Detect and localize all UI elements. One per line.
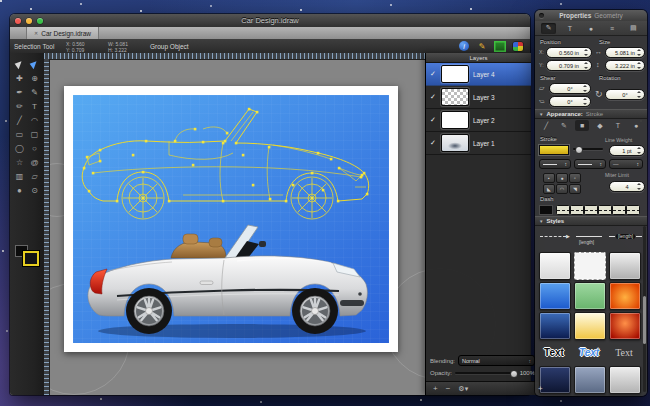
dash-preset-2[interactable] [570, 205, 584, 215]
stroke-slider-knob[interactable] [575, 146, 583, 154]
dash-preset-1[interactable] [556, 205, 570, 215]
cap-square-button[interactable]: ▫ [569, 173, 581, 183]
arc-tool[interactable]: ◠ [27, 113, 42, 127]
pencil-toolbar-icon[interactable]: ✎ [476, 41, 488, 51]
group-object-button[interactable]: Group Object [150, 43, 189, 50]
text-style-blue[interactable]: Text [574, 342, 604, 362]
zoom-tool[interactable]: ⊙ [27, 183, 42, 197]
stepper[interactable] [637, 183, 641, 190]
join-miter-button[interactable]: ◣ [543, 184, 555, 194]
dash-preset-4[interactable] [598, 205, 612, 215]
brush-style-icon[interactable]: ◆ [593, 120, 607, 131]
rectangle-tool[interactable]: ▭ [12, 127, 27, 141]
style-swatch-silver[interactable] [609, 252, 641, 280]
text-style-black[interactable]: Text [539, 342, 569, 362]
width-field[interactable]: 5.081 in [605, 47, 645, 58]
layer-visibility-checkbox[interactable]: ✓ [430, 116, 437, 124]
layer-row-1[interactable]: ✓ Layer 1 [426, 132, 531, 155]
layer-visibility-checkbox[interactable]: ✓ [430, 93, 437, 101]
end-style-dropdown[interactable]: —↕ [609, 159, 643, 169]
dash-preset-3[interactable] [584, 205, 598, 215]
document-tab[interactable]: ✕ Car Design.idraw [26, 27, 99, 39]
layer-row-4[interactable]: ✓ Layer 4 [426, 63, 531, 86]
style-swatch-steel[interactable] [574, 366, 606, 394]
height-field[interactable]: 3.222 in [605, 60, 645, 71]
direct-selection-tool[interactable] [27, 57, 42, 71]
style-swatch-orange[interactable] [609, 282, 641, 310]
disclosure-triangle-icon[interactable]: ▼ [539, 112, 543, 117]
dimension-style-preview[interactable]: [length] [609, 234, 642, 239]
text-style-serif[interactable]: Text [609, 342, 639, 362]
rotation-field[interactable]: 0° [605, 89, 645, 100]
stroke-tab[interactable]: ✎ [541, 23, 556, 34]
oval-tool[interactable]: ○ [27, 141, 42, 155]
join-bevel-button[interactable]: ◥ [569, 184, 581, 194]
style-swatch-red-orange[interactable] [609, 312, 641, 340]
car-design-artwork[interactable] [73, 95, 389, 343]
blending-select[interactable]: Normal ↕ [458, 355, 535, 366]
cap-butt-button[interactable]: ▪ [543, 173, 555, 183]
stroke-style-dropdown[interactable]: ↕ [539, 159, 571, 169]
cap-round-button[interactable]: ● [556, 173, 568, 183]
y-position-field[interactable]: 0.709 in [546, 60, 592, 71]
miter-limit-field[interactable]: 4 [609, 181, 645, 192]
stepper[interactable] [637, 62, 641, 69]
appearance-section-header[interactable]: ▼ Appearance: Stroke [535, 109, 647, 119]
add-style-button[interactable]: + [538, 384, 543, 393]
text-tool[interactable]: T [27, 99, 42, 113]
ellipse-tool[interactable]: ◯ [12, 141, 27, 155]
opacity-slider[interactable] [455, 372, 517, 374]
layer-visibility-checkbox[interactable]: ✓ [430, 70, 437, 78]
document-tab[interactable]: ▤ [626, 23, 641, 34]
style-swatch-dark-navy[interactable] [539, 366, 571, 394]
dashed-arrow-style-preview[interactable] [540, 236, 566, 237]
line-tool[interactable]: ╱ [12, 113, 27, 127]
stepper[interactable] [637, 49, 641, 56]
line-style-preview[interactable] [576, 236, 602, 237]
style-swatch-navy[interactable] [539, 312, 571, 340]
grid-toolbar-icon[interactable] [494, 41, 506, 51]
info-toolbar-icon[interactable]: i [458, 41, 470, 51]
stepper[interactable] [637, 91, 641, 98]
magic-wand-tool[interactable]: ⊕ [27, 71, 42, 85]
pen-tool[interactable]: ✒ [12, 85, 27, 99]
stepper[interactable] [637, 147, 641, 154]
layer-visibility-checkbox[interactable]: ✓ [430, 139, 437, 147]
line-weight-field[interactable]: 1 pt [609, 145, 645, 156]
stepper[interactable] [584, 49, 588, 56]
line-style-icon[interactable]: ╱ [539, 120, 553, 131]
styles-scrollbar[interactable] [643, 226, 646, 392]
dot-style-icon[interactable]: ● [629, 120, 643, 131]
style-swatch-cream[interactable] [574, 312, 606, 340]
selection-tool[interactable] [12, 57, 27, 71]
stroke-color-well[interactable] [23, 251, 39, 266]
gradient-tool[interactable]: ● [12, 183, 27, 197]
add-layer-button[interactable]: + [433, 384, 438, 393]
arrow-style-dropdown[interactable]: ↕ [574, 159, 606, 169]
align-tab[interactable]: ≡ [605, 23, 620, 34]
join-round-button[interactable]: ◠ [556, 184, 568, 194]
dash-none-swatch[interactable] [539, 205, 553, 215]
style-swatch-light-gray[interactable] [609, 366, 641, 394]
pencil-style-icon[interactable]: ✎ [557, 120, 571, 131]
pencil-tool[interactable]: ✏ [12, 99, 27, 113]
panel-close-button[interactable] [539, 13, 544, 18]
stepper[interactable] [584, 62, 588, 69]
dash-preset-6[interactable] [626, 205, 640, 215]
layer-row-2[interactable]: ✓ Layer 2 [426, 109, 531, 132]
disclosure-triangle-icon[interactable]: ▼ [539, 219, 543, 224]
dash-preset-5[interactable] [612, 205, 626, 215]
stepper[interactable] [583, 98, 587, 105]
bezier-pen-tool[interactable]: ✎ [27, 85, 42, 99]
skew-tool[interactable]: ▱ [27, 169, 42, 183]
text-tab[interactable]: T [562, 23, 577, 34]
tab-close-icon[interactable]: ✕ [34, 30, 38, 36]
layer-row-3[interactable]: ✓ Layer 3 [426, 86, 531, 109]
shear-y-field[interactable]: 0° [549, 96, 591, 107]
stepper[interactable] [583, 85, 587, 92]
x-position-field[interactable]: 0.560 in [546, 47, 592, 58]
styles-scrollbar-thumb[interactable] [643, 296, 646, 344]
lasso-tool[interactable]: ✚ [12, 71, 27, 85]
shear-tool[interactable]: ▥ [12, 169, 27, 183]
opacity-slider-knob[interactable] [510, 370, 518, 378]
